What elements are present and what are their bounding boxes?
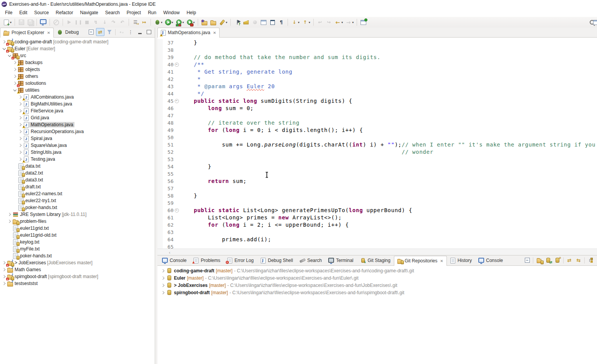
close-icon[interactable]: ✕ [440, 259, 443, 263]
show-whitespace-button[interactable]: ¶ [277, 18, 286, 26]
tree-item-testing-java[interactable]: JTesting.java [0, 156, 155, 163]
tree-item-coding-game-draft[interactable]: J×coding-game-draft [coding-game-draft m… [0, 38, 155, 45]
tree-item-others[interactable]: others [0, 73, 155, 80]
run-button[interactable]: ▾ [164, 18, 174, 26]
menu-refactor[interactable]: Refactor [52, 9, 76, 16]
open-file-button[interactable] [209, 18, 218, 26]
save-all-button[interactable] [26, 18, 35, 26]
fold-marker[interactable]: − [174, 208, 180, 212]
tree-item-soloutions[interactable]: ×soloutions [0, 80, 155, 87]
tree-item-euler11grid-old-txt[interactable]: euler11grid-old.txt [0, 232, 155, 239]
dropdown-arrow-icon[interactable]: ▾ [10, 21, 12, 24]
menu-run[interactable]: Run [144, 9, 160, 16]
tree-item-stringutils-java[interactable]: JStringUtils.java [0, 149, 155, 156]
bottom-tab-search[interactable]: Search [296, 255, 325, 265]
back-button[interactable]: ←▾ [333, 18, 344, 26]
expander-collapsed-icon[interactable] [160, 268, 166, 273]
tree-item-src[interactable]: ×src [0, 52, 155, 59]
add-repository-button[interactable] [535, 256, 543, 264]
dropdown-arrow-icon[interactable]: ▾ [341, 21, 343, 24]
tree-item-utilities[interactable]: utilities [0, 87, 155, 94]
repo-row--jobexercises[interactable]: > JobExercises[master]- C:\Users\lingar\… [157, 282, 597, 289]
menu-navigate[interactable]: Navigate [76, 9, 101, 16]
expander-collapsed-icon[interactable] [18, 150, 23, 155]
tree-item-euler11grid-txt[interactable]: euler11grid.txt [0, 225, 155, 232]
minimize-button[interactable] [136, 28, 144, 36]
maximize-button[interactable] [145, 28, 153, 36]
expander-collapsed-icon[interactable] [160, 283, 166, 288]
expander-collapsed-icon[interactable] [160, 290, 166, 295]
focus-button[interactable] [117, 28, 126, 36]
dropdown-arrow-icon[interactable]: ▾ [161, 21, 162, 24]
open-element-button[interactable] [268, 18, 277, 26]
next-annotation-button[interactable]: ↓▾ [290, 18, 301, 26]
bottom-tab-problems[interactable]: ▲Problems [190, 255, 224, 265]
bottom-tab-error-log[interactable]: ✕Error Log [224, 255, 257, 265]
fold-marker[interactable]: − [174, 99, 180, 103]
bottom-tab-console[interactable]: Console [159, 255, 190, 265]
forward-button[interactable]: →▾ [344, 18, 355, 26]
tree-item-backups[interactable]: backups [0, 59, 155, 66]
expander-collapsed-icon[interactable] [7, 219, 12, 224]
view-menu-button[interactable]: ⋮ [126, 28, 135, 36]
menu-project[interactable]: Project [123, 9, 144, 16]
tree-item-keylog-txt[interactable]: keylog.txt [0, 239, 155, 245]
tree-item-euler[interactable]: J×Euler [Euler master] [0, 45, 155, 52]
open-task-button[interactable]: ? [233, 18, 241, 26]
tree-item-bigmathutilities-java[interactable]: JBigMathUtilities.java [0, 100, 155, 107]
last-edit-location-button[interactable]: ↩ [316, 18, 324, 26]
fetch-button[interactable]: ⇄ [565, 256, 574, 264]
expander-collapsed-icon[interactable] [7, 212, 12, 217]
step-return-button[interactable]: ↶ [118, 18, 127, 26]
coverage-button[interactable]: ▾ [174, 18, 185, 26]
link-with-selection-button[interactable] [586, 256, 595, 264]
tree-item-spirngboot-draft[interactable]: J×spirngboot-draft [spirngboot-draft mas… [0, 273, 155, 280]
bottom-tab-debug-shell[interactable]: JDebug Shell [257, 255, 296, 265]
scroll-left-arrow[interactable]: ‹ [157, 250, 170, 255]
menu-help[interactable]: Help [183, 9, 200, 16]
link-with-editor-button[interactable]: ⇄ [96, 28, 104, 36]
step-over-button[interactable]: ↷ [109, 18, 118, 26]
new-wizard-button[interactable]: +▾ [2, 18, 13, 26]
open-console-button[interactable] [39, 18, 48, 26]
push-button[interactable]: ⇆ [574, 256, 583, 264]
expander-collapsed-icon[interactable] [160, 275, 166, 281]
save-button[interactable] [17, 18, 26, 26]
tree-item--jobexercises[interactable]: J×> JobExercises [JobExercises master] [0, 259, 155, 266]
expander-collapsed-icon[interactable] [2, 267, 7, 272]
toggle-breakpoint-button[interactable] [52, 18, 61, 26]
tree-item-squarevalue-java[interactable]: JSquareValue.java [0, 142, 155, 149]
profile-button[interactable]: ▾ [185, 18, 196, 26]
tree-item-allcombinations-java[interactable]: JAllCombinations.java [0, 94, 155, 100]
resume-button[interactable] [65, 18, 74, 26]
dropdown-arrow-icon[interactable]: ▾ [309, 21, 310, 24]
fold-marker[interactable]: − [174, 63, 180, 67]
expander-collapsed-icon[interactable] [2, 281, 7, 286]
tree-item-draft-txt[interactable]: draft.txt [0, 183, 155, 190]
dropdown-arrow-icon[interactable]: ▾ [298, 21, 299, 24]
tree-item-euler22-names-txt[interactable]: euler22-names.txt [0, 190, 155, 197]
tree-item-grid-java[interactable]: JGrid.java [0, 114, 155, 121]
tree-item-objects[interactable]: objects [0, 66, 155, 73]
tab-debug[interactable]: Debug [54, 27, 82, 37]
dropdown-arrow-icon[interactable]: ▾ [172, 21, 173, 24]
bottom-tab-console[interactable]: Console [475, 255, 506, 265]
next-edit-location-button[interactable]: ↪ [324, 18, 333, 26]
expander-collapsed-icon[interactable] [18, 129, 23, 134]
repo-row-spirngboot-draft[interactable]: spirngboot-draft[master]- C:\Users\linga… [157, 289, 597, 296]
highlighter-button[interactable]: ▾ [218, 18, 228, 26]
tree-item-testseststst[interactable]: Jtestseststst [0, 280, 155, 287]
bottom-tab-git-repositories[interactable]: Git Repositories✕ [394, 256, 447, 266]
filter-button[interactable] [105, 28, 114, 36]
tree-item-problem-files[interactable]: problem-files [0, 218, 155, 225]
perspective-button[interactable] [592, 18, 597, 26]
expander-collapsed-icon[interactable] [18, 115, 23, 120]
collapse-all-button[interactable]: − [87, 28, 95, 36]
tree-item-data2-txt[interactable]: data2.txt [0, 170, 155, 176]
tree-item-mathoperations-java[interactable]: JMathOperations.java [0, 121, 155, 128]
tab-mathoperations-java[interactable]: J MathOperations.java ✕ [157, 28, 220, 38]
menu-source[interactable]: Source [31, 9, 52, 16]
expander-collapsed-icon[interactable] [18, 143, 23, 148]
bottom-tab-git-staging[interactable]: ↓Git Staging [357, 255, 394, 265]
open-type-button[interactable] [259, 18, 268, 26]
